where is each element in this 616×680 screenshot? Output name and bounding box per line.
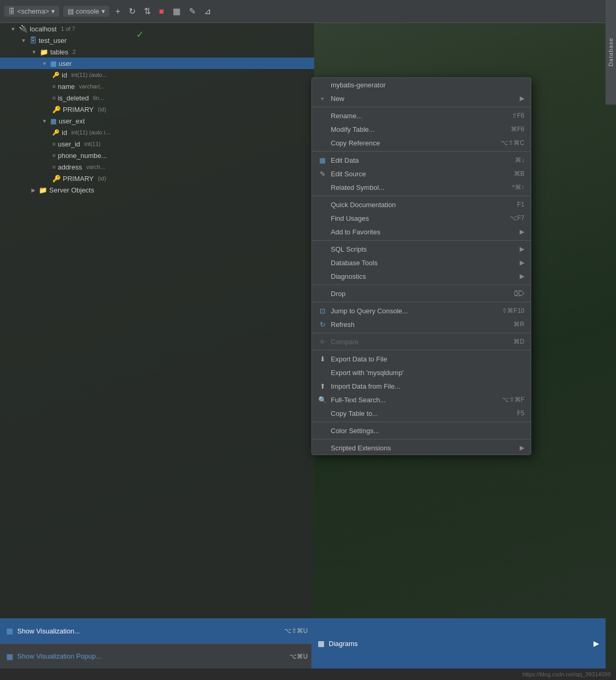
import-icon: ⬆ [318, 382, 327, 390]
modify-label: Modify Table... [331, 126, 507, 133]
tree-item-ext-id[interactable]: 🔑 id int(11) (auto i... [0, 127, 314, 138]
menu-item-favorites[interactable]: Add to Favorites ▶ [312, 225, 531, 239]
menu-item-refresh[interactable]: ↻ Refresh ⌘R [312, 318, 531, 331]
tree-item-tables-folder[interactable]: ▼ 📁 tables 2 [0, 46, 314, 58]
add-favorites-label: Add to Favorites [331, 228, 516, 236]
schema-selector[interactable]: 🗄 <schema> ▾ [4, 6, 59, 17]
status-url: https://blog.csdn.net/qq_39314099 [522, 671, 611, 677]
menu-item-scripted-ext[interactable]: Scripted Extensions ▶ [312, 441, 531, 455]
visualization-popup-icon: ▦ [6, 652, 13, 661]
stop-icon[interactable]: ■ [157, 6, 166, 17]
menu-item-edit-source[interactable]: ✎ Edit Source ⌘B [312, 167, 531, 180]
folder-icon: 📁 [39, 186, 47, 194]
menu-item-diagnostics[interactable]: Diagnostics ▶ [312, 269, 531, 283]
drop-label: Drop [331, 290, 510, 298]
tree-item-user-isdeleted[interactable]: ≡ is_deleted tin... [0, 92, 314, 104]
separator-5 [312, 285, 531, 285]
col-key-icon: 🔑 [52, 72, 60, 78]
rename-label: Rename... [331, 112, 508, 120]
schema-icon: 🗄 [8, 7, 15, 15]
quick-doc-label: Quick Documentation [331, 201, 513, 209]
tree-item-user-name[interactable]: ≡ name varchar(... [0, 81, 314, 92]
sql-scripts-label: SQL Scripts [331, 245, 516, 253]
tree-item-user-primary[interactable]: 🔑 PRIMARY (id) [0, 104, 314, 115]
col-icon: ≡ [52, 83, 55, 89]
find-usages-shortcut: ⌥F7 [510, 214, 524, 222]
menu-item-edit-data[interactable]: ▦ Edit Data ⌘↓ [312, 153, 531, 167]
arrow-icon: ▶ [520, 95, 524, 102]
tree-item-ext-userid[interactable]: ≡ user_id int(11) [0, 138, 314, 150]
tree-item-ext-address[interactable]: ≡ address varch... [0, 161, 314, 173]
console-icon: ▤ [68, 7, 74, 15]
menu-item-rename[interactable]: Rename... ⇧F6 [312, 109, 531, 122]
ext-userid-type: int(11) [84, 141, 100, 147]
menu-item-export-data[interactable]: ⬇ Export Data to File [312, 352, 531, 366]
refresh-label: Refresh [331, 321, 509, 328]
chevron-icon: ▶ [31, 187, 36, 193]
show-visualization-label: Show Visualization... [17, 627, 80, 635]
key-icon: 🔑 [52, 175, 61, 183]
user-isdeleted-label: is_deleted [58, 94, 88, 102]
new-icon: + [318, 95, 327, 103]
diagrams-item[interactable]: ▦ Diagrams ▶ [311, 618, 606, 668]
tree-item-ext-phone[interactable]: ≡ phone_numbe... [0, 150, 314, 161]
compare-shortcut: ⌘D [513, 338, 524, 345]
export-data-label: Export Data to File [331, 355, 524, 363]
toolbar: 🗄 <schema> ▾ ▤ console ▾ + ↻ ⇅ ■ ▦ ✎ ⊿ [0, 0, 616, 23]
chevron-icon: ▼ [42, 61, 47, 66]
separator-7 [312, 333, 531, 333]
tree-item-server-objects[interactable]: ▶ 📁 Server Objects [0, 184, 314, 196]
tree-item-user-table[interactable]: ▼ ▦ user [0, 58, 314, 69]
menu-item-new[interactable]: + New ▶ [312, 92, 531, 105]
menu-item-copy-reference[interactable]: Copy Reference ⌥⇧⌘C [312, 136, 531, 150]
filter-icon[interactable]: ⊿ [202, 5, 213, 17]
menu-item-export-mysqldump[interactable]: Export with 'mysqldump' [312, 366, 531, 379]
menu-item-import-data[interactable]: ⬆ Import Data from File... [312, 379, 531, 393]
tree-item-user-id[interactable]: 🔑 id int(11) (auto... [0, 69, 314, 81]
col-icon: ≡ [52, 141, 55, 147]
chevron-icon: ▼ [10, 26, 16, 32]
show-visualization-popup-label: Show Visualization Popup... [17, 652, 102, 660]
folder-icon: 📁 [40, 48, 48, 56]
tree-item-localhost[interactable]: ▼ 🔌 localhost 1 of 7 [0, 23, 314, 35]
col-icon: ≡ [52, 95, 55, 101]
menu-item-fulltext-search[interactable]: 🔍 Full-Text Search... ⌥⇧⌘F [312, 393, 531, 406]
user-name-label: name [58, 83, 75, 90]
show-visualization-popup-item[interactable]: ▦ Show Visualization Popup... ⌥⌘U [0, 643, 314, 668]
import-data-label: Import Data from File... [331, 382, 524, 390]
menu-item-db-tools[interactable]: Database Tools ▶ [312, 256, 531, 269]
console-selector[interactable]: ▤ console ▾ [63, 6, 109, 17]
menu-item-sql-scripts[interactable]: SQL Scripts ▶ [312, 242, 531, 256]
find-usages-label: Find Usages [331, 214, 506, 222]
separator-4 [312, 240, 531, 241]
table-icon[interactable]: ▦ [171, 5, 183, 17]
refresh-icon[interactable]: ↻ [127, 5, 138, 17]
tree-item-test-user[interactable]: ▼ 🗄 test_user [0, 35, 314, 46]
related-symbol-shortcut: ^⌘↑ [512, 184, 524, 191]
menu-item-modify[interactable]: Modify Table... ⌘F6 [312, 122, 531, 136]
menu-item-quick-doc[interactable]: Quick Documentation F1 [312, 198, 531, 211]
menu-item-copy-table[interactable]: Copy Table to... F5 [312, 406, 531, 420]
key-icon: 🔑 [52, 106, 61, 114]
menu-item-color-settings[interactable]: Color Settings... [312, 424, 531, 437]
arrow-icon: ▶ [520, 245, 524, 253]
menu-item-mybatis[interactable]: mybatis-generator [312, 78, 531, 92]
edit-icon[interactable]: ✎ [187, 5, 198, 17]
tree-item-ext-primary[interactable]: 🔑 PRIMARY (id) [0, 173, 314, 184]
jump-console-shortcut: ⇧⌘F10 [502, 307, 524, 314]
menu-item-drop[interactable]: Drop ⌦ [312, 287, 531, 300]
color-settings-label: Color Settings... [331, 427, 524, 435]
server-objects-label: Server Objects [49, 186, 94, 194]
sort-icon[interactable]: ⇅ [142, 5, 153, 17]
menu-item-related-symbol[interactable]: Related Symbol... ^⌘↑ [312, 180, 531, 194]
new-label: New [331, 95, 516, 103]
show-visualization-item[interactable]: ▦ Show Visualization... ⌥⇧⌘U [0, 618, 314, 643]
add-button[interactable]: + [114, 6, 122, 17]
edit-source-icon: ✎ [318, 170, 327, 178]
console-label: console [76, 7, 99, 15]
tree-item-user-ext-table[interactable]: ▼ ▦ user_ext [0, 115, 314, 127]
ext-userid-label: user_id [58, 140, 80, 148]
menu-item-jump-console[interactable]: ⊡ Jump to Query Console... ⇧⌘F10 [312, 304, 531, 318]
console-chevron-icon: ▾ [102, 7, 105, 15]
menu-item-find-usages[interactable]: Find Usages ⌥F7 [312, 211, 531, 225]
